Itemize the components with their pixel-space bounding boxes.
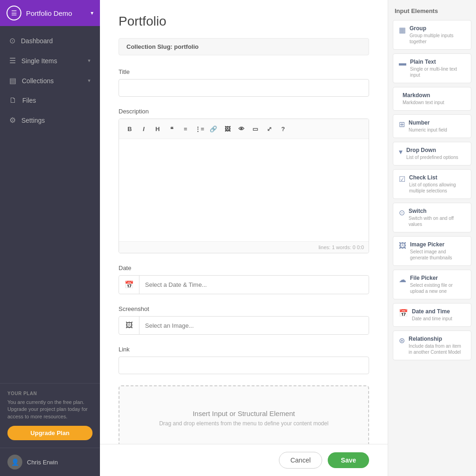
single-items-icon: ☰: [9, 56, 16, 65]
collections-icon: ▤: [9, 76, 16, 85]
sidebar-item-label: Dashboard: [21, 37, 91, 45]
sidebar-item-files[interactable]: 🗋 Files: [0, 91, 100, 110]
sidebar-item-dashboard[interactable]: ⊙ Dashboard: [0, 31, 100, 51]
input-element-file-picker[interactable]: ☁ File Picker Select existing file or up…: [393, 270, 471, 299]
date-and-time-icon: 📅: [399, 309, 408, 317]
input-element-image-picker[interactable]: 🖼 Image Picker Select image and generate…: [393, 236, 471, 266]
date-field-section: Date 📅: [119, 264, 369, 294]
check-list-desc: List of options allowing multiple select…: [409, 182, 465, 194]
title-label: Title: [119, 68, 369, 75]
group-icon: ▦: [399, 26, 406, 34]
input-elements-list: ▦ Group Group multiple inputs together ▬…: [393, 20, 471, 360]
drop-down-name: Drop Down: [406, 147, 458, 153]
input-element-group[interactable]: ▦ Group Group multiple inputs together: [393, 20, 471, 50]
image-picker-name: Image Picker: [410, 241, 465, 248]
plan-section: YOUR PLAN You are currently on the free …: [0, 383, 100, 448]
switch-desc: Switch with on and off values: [409, 215, 465, 227]
input-element-date-and-time[interactable]: 📅 Date and Time Date and time input: [393, 303, 471, 327]
image-pick-icon: 🖼: [119, 317, 139, 334]
split-button[interactable]: ▭: [249, 123, 261, 135]
input-element-relationship[interactable]: ⊛ Relationship Include data from an item…: [393, 331, 471, 360]
page-title: Portfolio: [119, 14, 369, 29]
link-input[interactable]: [119, 357, 369, 374]
input-element-drop-down[interactable]: ▾ Drop Down List of predefined options: [393, 142, 471, 165]
number-name: Number: [409, 119, 447, 126]
title-input[interactable]: [119, 79, 369, 97]
help-button[interactable]: ?: [277, 123, 289, 135]
sidebar-nav: ⊙ Dashboard ☰ Single Items ▾ ▤ Collectio…: [0, 26, 100, 383]
bold-button[interactable]: B: [124, 123, 136, 135]
switch-icon: ⊙: [399, 208, 405, 217]
drop-down-icon: ▾: [399, 147, 403, 156]
link-label: Link: [119, 346, 369, 353]
sidebar-item-label: Collections: [22, 77, 82, 85]
main-content: Portfolio Collection Slug: portfolio Tit…: [100, 0, 388, 476]
save-button[interactable]: Save: [328, 452, 369, 468]
input-element-markdown[interactable]: Markdown Markdown text input: [393, 87, 471, 111]
menu-icon: ☰: [7, 6, 21, 20]
plan-label: YOUR PLAN: [7, 391, 93, 396]
sidebar: ☰ Portfolio Demo ▾ ⊙ Dashboard ☰ Single …: [0, 0, 100, 476]
relationship-icon: ⊛: [399, 336, 405, 345]
collections-chevron: ▾: [88, 78, 91, 84]
editor-footer: lines: 1 words: 0 0:0: [119, 241, 369, 253]
date-and-time-desc: Date and time input: [412, 316, 452, 322]
panel-title: Input Elements: [393, 7, 471, 14]
markdown-desc: Markdown text input: [403, 99, 444, 106]
image-picker-desc: Select image and generate thumbnails: [410, 249, 465, 261]
editor-body[interactable]: [119, 139, 369, 241]
user-name: Chris Erwin: [27, 459, 58, 466]
sidebar-item-single-items[interactable]: ☰ Single Items ▾: [0, 51, 100, 71]
unordered-list-button[interactable]: ≡: [179, 123, 192, 135]
app-header[interactable]: ☰ Portfolio Demo ▾: [0, 0, 100, 26]
ordered-list-button[interactable]: ⋮≡: [193, 123, 205, 135]
input-element-switch[interactable]: ⊙ Switch Switch with on and off values: [393, 203, 471, 232]
italic-button[interactable]: I: [138, 123, 150, 135]
file-picker-icon: ☁: [399, 275, 406, 284]
settings-icon: ⚙: [9, 116, 16, 125]
relationship-desc: Include data from an item in another Con…: [409, 343, 465, 355]
app-name: Portfolio Demo: [26, 9, 86, 17]
sidebar-item-label: Files: [22, 97, 91, 104]
check-list-icon: ☑: [399, 175, 405, 184]
screenshot-label: Screenshot: [119, 305, 369, 312]
image-picker-icon: 🖼: [399, 242, 406, 250]
date-label: Date: [119, 264, 369, 271]
date-picker[interactable]: 📅: [119, 275, 369, 294]
group-name: Group: [410, 25, 465, 32]
cancel-button[interactable]: Cancel: [279, 452, 323, 469]
link-button[interactable]: 🔗: [207, 123, 219, 135]
upgrade-plan-button[interactable]: Upgrade Plan: [7, 426, 93, 440]
slug-value: portfolio: [174, 43, 199, 50]
drop-zone-subtitle: Drag and drop elements from the menu to …: [129, 420, 359, 427]
screenshot-picker[interactable]: 🖼: [119, 316, 369, 335]
plan-text: You are currently on the free plan. Upgr…: [7, 399, 93, 420]
files-icon: 🗋: [9, 96, 17, 105]
slug-label: Collection Slug:: [126, 43, 172, 50]
calendar-icon: 📅: [119, 276, 139, 294]
drop-zone[interactable]: Insert Input or Structural Element Drag …: [119, 385, 369, 444]
blockquote-button[interactable]: ❝: [165, 123, 178, 135]
date-input[interactable]: [139, 277, 369, 293]
number-desc: Numeric input field: [409, 127, 447, 133]
sidebar-item-collections[interactable]: ▤ Collections ▾: [0, 71, 100, 91]
file-picker-desc: Select existing file or upload a new one: [410, 282, 465, 294]
sidebar-item-settings[interactable]: ⚙ Settings: [0, 110, 100, 130]
image-button[interactable]: 🖼: [221, 123, 233, 135]
description-label: Description: [119, 108, 369, 115]
input-element-number[interactable]: ⊞ Number Numeric input field: [393, 114, 471, 138]
file-picker-name: File Picker: [410, 275, 465, 281]
check-list-name: Check List: [409, 174, 465, 181]
input-element-plain-text[interactable]: ▬ Plain Text Single or multi-line text i…: [393, 53, 471, 83]
single-items-chevron: ▾: [88, 58, 91, 64]
relationship-name: Relationship: [409, 336, 465, 342]
editor-toolbar: B I H ❝ ≡ ⋮≡ 🔗 🖼 👁 ▭ ⤢ ?: [119, 119, 369, 139]
fullscreen-button[interactable]: ⤢: [263, 123, 275, 135]
preview-button[interactable]: 👁: [235, 123, 247, 135]
rich-text-editor[interactable]: B I H ❝ ≡ ⋮≡ 🔗 🖼 👁 ▭ ⤢ ? lines: 1 words:…: [119, 119, 369, 253]
number-icon: ⊞: [399, 120, 405, 129]
screenshot-input[interactable]: [139, 317, 369, 334]
heading-button[interactable]: H: [152, 123, 164, 135]
input-element-check-list[interactable]: ☑ Check List List of options allowing mu…: [393, 169, 471, 199]
user-row: 👤 Chris Erwin: [0, 448, 100, 476]
